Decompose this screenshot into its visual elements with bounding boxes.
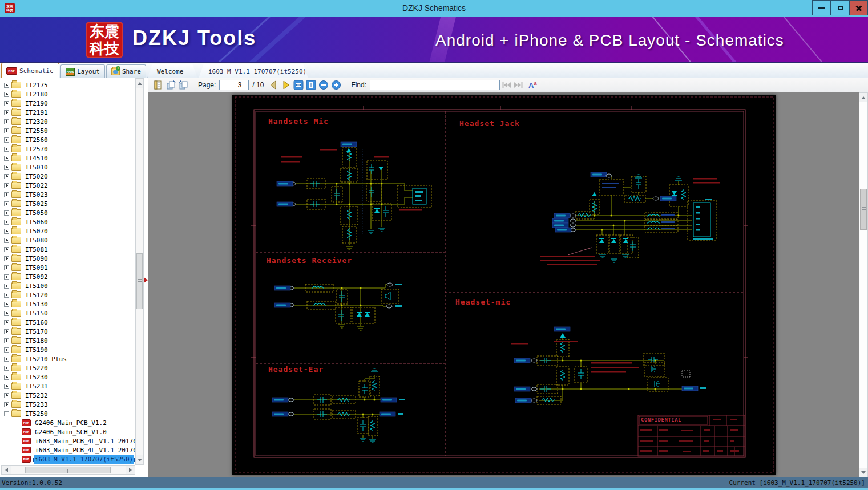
- find-next-button[interactable]: [512, 79, 525, 91]
- tree-folder-row[interactable]: IT5160: [0, 318, 135, 327]
- rotate-left-button[interactable]: [164, 79, 177, 91]
- tree-folder-row[interactable]: IT5180: [0, 336, 135, 345]
- expand-plus-icon[interactable]: [4, 238, 9, 243]
- tree-folder-row[interactable]: IT5020: [0, 172, 135, 181]
- tab-layout[interactable]: PADS Layout: [60, 64, 105, 78]
- find-input[interactable]: [370, 80, 500, 90]
- tree-folder-row[interactable]: IT5090: [0, 254, 135, 263]
- previous-page-button[interactable]: [267, 79, 280, 91]
- zoom-out-button[interactable]: [317, 79, 330, 91]
- tab-welcome[interactable]: Welcome: [147, 64, 197, 78]
- fit-page-button[interactable]: [305, 79, 317, 91]
- viewer-vertical-scrollbar[interactable]: [859, 92, 868, 477]
- expand-plus-icon[interactable]: [4, 366, 9, 371]
- tree-horizontal-scrollbar[interactable]: [1, 465, 135, 475]
- tree-folder-row[interactable]: IT5220: [0, 363, 135, 372]
- scroll-up-button[interactable]: [136, 79, 143, 88]
- tree-folder-row[interactable]: IT2190: [0, 99, 135, 108]
- scroll-left-button[interactable]: [2, 466, 11, 474]
- expand-plus-icon[interactable]: [4, 320, 9, 325]
- tree-vscroll-thumb[interactable]: [136, 253, 143, 309]
- expand-plus-icon[interactable]: [4, 375, 9, 380]
- tree-file-row[interactable]: PDF i603_Main_PCB_4L_V1.1 20170707: [0, 446, 135, 455]
- tree-hscroll-thumb[interactable]: [25, 467, 111, 473]
- tree-folder-row[interactable]: IT5091: [0, 263, 135, 272]
- find-previous-button[interactable]: [500, 79, 512, 91]
- expand-plus-icon[interactable]: [4, 165, 9, 170]
- scroll-down-button[interactable]: [136, 455, 143, 464]
- tree-folder-row[interactable]: IT5130: [0, 299, 135, 309]
- tree-folder-row[interactable]: IT5150: [0, 309, 135, 318]
- expand-plus-icon[interactable]: [4, 384, 9, 389]
- expand-plus-icon[interactable]: [4, 192, 9, 197]
- tree-folder-row[interactable]: IT2191: [0, 108, 135, 117]
- match-case-button[interactable]: Aa: [528, 80, 536, 90]
- tree-folder-row[interactable]: IT5231: [0, 382, 135, 391]
- minimize-button[interactable]: [812, 0, 831, 15]
- tab-document[interactable]: i603_M_V1.1_170707(it5250): [199, 64, 308, 78]
- expand-plus-icon[interactable]: [4, 128, 9, 133]
- tree-file-row[interactable]: PDF G2406_Main_SCH_V1.0: [0, 427, 135, 436]
- expand-plus-icon[interactable]: [4, 147, 9, 152]
- tree-folder-row[interactable]: IT5210 Plus: [0, 354, 135, 363]
- expand-plus-icon[interactable]: [4, 174, 9, 179]
- tree-folder-row[interactable]: IT2320: [0, 117, 135, 126]
- expand-plus-icon[interactable]: [4, 311, 9, 316]
- scroll-up-button[interactable]: [859, 93, 867, 102]
- fit-width-button[interactable]: [292, 79, 305, 91]
- tree-folder-row[interactable]: IT5232: [0, 391, 135, 400]
- tree-folder-row[interactable]: IT2570: [0, 144, 135, 153]
- expand-plus-icon[interactable]: [4, 156, 9, 161]
- tree-file-row[interactable]: PDF i603_M_V1.1_170707(it5250): [0, 455, 135, 464]
- tree-folder-row[interactable]: IT5092: [0, 272, 135, 281]
- tab-schematic[interactable]: PDF Schematic: [1, 63, 59, 78]
- expand-plus-icon[interactable]: [4, 293, 9, 298]
- tree-folder-row[interactable]: IT5081: [0, 245, 135, 254]
- tree-file-row[interactable]: PDF G2406_Main_PCB_V1.2: [0, 418, 135, 427]
- rotate-right-button[interactable]: [177, 79, 189, 91]
- tree-folder-row[interactable]: IT2175: [0, 80, 135, 90]
- tree-folder-row[interactable]: IT5070: [0, 226, 135, 236]
- tree-folder-row[interactable]: IT2550: [0, 126, 135, 135]
- expand-plus-icon[interactable]: [4, 274, 9, 280]
- scroll-right-button[interactable]: [126, 466, 135, 474]
- expand-plus-icon[interactable]: [4, 210, 9, 216]
- expand-plus-icon[interactable]: [4, 101, 9, 106]
- tree-folder-row[interactable]: IT5080: [0, 236, 135, 245]
- tree-folder-row[interactable]: IT5010: [0, 163, 135, 172]
- expand-plus-icon[interactable]: [4, 183, 9, 188]
- expand-plus-icon[interactable]: [4, 201, 9, 206]
- scroll-down-button[interactable]: [859, 468, 867, 477]
- expand-plus-icon[interactable]: [4, 92, 9, 97]
- tab-share[interactable]: + Share: [106, 64, 146, 78]
- tree-folder-row[interactable]: IT2180: [0, 90, 135, 99]
- expand-plus-icon[interactable]: [4, 393, 9, 398]
- expand-plus-icon[interactable]: [4, 357, 9, 362]
- page-input[interactable]: [219, 80, 249, 90]
- expand-plus-icon[interactable]: [4, 302, 9, 307]
- tree-folder-row[interactable]: IT5100: [0, 281, 135, 290]
- tree-folder-row-expanded[interactable]: IT5250: [0, 409, 135, 418]
- expand-plus-icon[interactable]: [4, 265, 9, 270]
- sidebar-splitter-arrow[interactable]: [144, 277, 148, 283]
- tree-folder-row[interactable]: IT4510: [0, 153, 135, 163]
- close-button[interactable]: [850, 0, 868, 15]
- expand-plus-icon[interactable]: [4, 83, 9, 88]
- next-page-button[interactable]: [280, 79, 292, 91]
- expand-plus-icon[interactable]: [4, 338, 9, 343]
- maximize-button[interactable]: [831, 0, 850, 15]
- tree-folder-row[interactable]: IT5022: [0, 181, 135, 190]
- expand-plus-icon[interactable]: [4, 229, 9, 234]
- tree-folder-row[interactable]: IT5190: [0, 345, 135, 354]
- expand-plus-icon[interactable]: [4, 220, 9, 225]
- tree-vertical-scrollbar[interactable]: [135, 78, 144, 465]
- notes-button[interactable]: [152, 79, 164, 91]
- tree-folder-row[interactable]: IT5025: [0, 199, 135, 208]
- expand-plus-icon[interactable]: [4, 110, 9, 115]
- tree-folder-row[interactable]: IT5060: [0, 217, 135, 226]
- expand-plus-icon[interactable]: [4, 284, 9, 289]
- tree-folder-row[interactable]: IT5120: [0, 290, 135, 299]
- expand-plus-icon[interactable]: [4, 402, 9, 407]
- expand-plus-icon[interactable]: [4, 247, 9, 252]
- expand-plus-icon[interactable]: [4, 256, 9, 261]
